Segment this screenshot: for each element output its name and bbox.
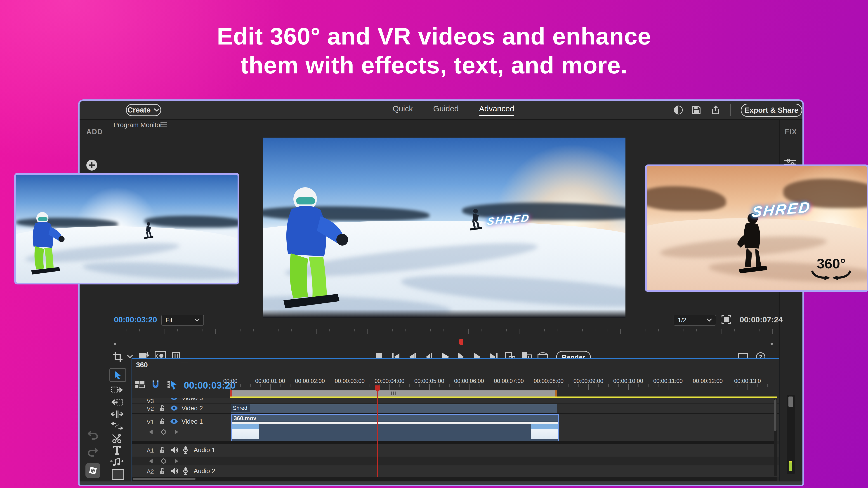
keyframe-add-icon[interactable] (161, 429, 166, 435)
crop-icon[interactable] (113, 352, 123, 362)
clip-thumbnail-end (531, 424, 558, 439)
track-name: Video 3 (182, 398, 203, 402)
page-indicator-value: 1/2 (678, 317, 686, 324)
tab-guided[interactable]: Guided (433, 104, 459, 115)
undo-icon[interactable] (87, 430, 98, 440)
timeline-ruler-ticks (132, 384, 777, 390)
chevron-down-icon (194, 319, 200, 322)
program-monitor-video[interactable]: SHRED (263, 138, 625, 318)
preview-panel-left (14, 173, 239, 285)
page-dropdown[interactable]: 1/2 (674, 315, 716, 326)
export-share-label: Export & Share (745, 106, 798, 115)
lock-icon[interactable] (159, 468, 165, 475)
chevron-down-icon (154, 108, 160, 112)
lock-icon[interactable] (159, 405, 165, 412)
share-icon[interactable] (710, 105, 721, 116)
clip-label: 360.mov (234, 415, 256, 422)
mic-icon[interactable] (182, 467, 189, 475)
timeline-tools (107, 367, 131, 485)
lock-icon[interactable] (159, 418, 165, 425)
keyframe-next-icon[interactable] (174, 458, 179, 464)
tab-advanced[interactable]: Advanced (479, 104, 514, 116)
keyframe-nav (149, 429, 179, 435)
snowboarder-foreground (270, 177, 351, 318)
audio-meter-handle[interactable] (788, 396, 793, 407)
mic-icon[interactable] (182, 446, 189, 454)
keyframe-add-icon[interactable] (161, 458, 166, 464)
clip-label: Shred (231, 404, 250, 412)
export-share-button[interactable]: Export & Share (741, 104, 802, 117)
monitor-scrubber[interactable] (114, 341, 773, 347)
save-icon[interactable] (691, 105, 702, 116)
vertical-scrollbar[interactable] (774, 398, 777, 476)
work-area-bar[interactable] (230, 390, 557, 396)
keyframe-next-icon[interactable] (174, 429, 179, 435)
mode-tabs: Quick Guided Advanced (393, 104, 514, 116)
clip-shred[interactable]: Shred (231, 404, 557, 413)
marketing-frame: Edit 360° and VR videos and enhance them… (0, 0, 868, 488)
redo-icon[interactable] (87, 447, 98, 457)
razor-tool[interactable] (111, 433, 123, 444)
snowboarder-distant (468, 206, 484, 233)
music-remix-tool[interactable] (110, 457, 123, 467)
snowboarder-foreground (23, 207, 68, 282)
snowboarder-silhouette (730, 211, 773, 285)
monitor-mini-ruler (114, 329, 773, 335)
work-area-grip[interactable] (391, 392, 396, 395)
app-window: Create Quick Guided Advanced Export & Sh… (78, 99, 804, 486)
visibility-eye-icon[interactable] (169, 418, 179, 424)
fullscreen-icon[interactable] (721, 315, 732, 325)
ripple-trim-tool[interactable] (111, 410, 123, 419)
program-monitor-menu-icon[interactable] (160, 125, 167, 125)
monitor-current-timecode: 00:00:03:20 (114, 315, 157, 324)
organizer-icon[interactable] (86, 463, 100, 478)
track-row-v1: V1 Video 1 360.mov (132, 414, 779, 441)
track-select-forward-tool[interactable] (111, 386, 123, 395)
timeline-menu-icon[interactable] (181, 365, 188, 365)
rectangle-tool[interactable] (112, 469, 124, 480)
vertical-scrollbar-handle[interactable] (774, 399, 776, 431)
track-row-v2: V2 Video 2 Shred (132, 403, 779, 413)
tab-quick[interactable]: Quick (393, 104, 413, 115)
timeline-panel: 360 00:00:03:20 00:0000:00:01:0000:00:02… (131, 358, 779, 483)
track-name: Audio 2 (194, 467, 215, 475)
slip-tool[interactable] (111, 421, 123, 430)
clip-thumbnail-start (232, 424, 259, 439)
track-select-backward-tool[interactable] (111, 398, 123, 407)
text-tool[interactable] (112, 445, 122, 455)
add-rail-label: ADD (86, 128, 103, 136)
monitor-playhead-handle[interactable] (459, 339, 463, 345)
speaker-icon[interactable] (170, 467, 179, 475)
track-id: A1 (147, 447, 154, 454)
monitor-total-duration: 00:00:07:24 (740, 315, 783, 324)
visibility-eye-icon[interactable] (169, 405, 179, 411)
topbar-divider (730, 104, 731, 116)
track-id: V3 (147, 398, 154, 403)
track-id: V2 (147, 405, 154, 412)
speaker-icon[interactable] (170, 446, 179, 454)
keyframe-prev-icon[interactable] (149, 458, 153, 464)
headline-line2: them with effects, text, and more. (0, 51, 868, 79)
lock-icon[interactable] (159, 447, 165, 453)
track-id: V1 (147, 419, 154, 426)
selection-tool[interactable] (110, 368, 126, 382)
playhead-line (377, 386, 378, 477)
track-row-a2: A2 Audio 2 (132, 465, 779, 477)
visibility-eye-icon[interactable] (169, 398, 179, 400)
badge-360-label: 360° (805, 256, 857, 271)
zoom-fit-value: Fit (165, 317, 173, 324)
track-name: Audio 1 (194, 447, 215, 454)
timeline-tab[interactable]: 360 (136, 361, 148, 369)
clip-360mov[interactable]: 360.mov (231, 414, 559, 442)
horizontal-scrollbar[interactable] (132, 477, 777, 481)
audio-meter (786, 395, 795, 474)
add-plus-icon[interactable] (86, 159, 98, 171)
horizontal-scrollbar-handle[interactable] (133, 478, 195, 480)
track-name: Video 1 (182, 418, 203, 425)
track-name: Video 2 (182, 404, 203, 412)
keyframe-prev-icon[interactable] (149, 429, 153, 435)
create-button[interactable]: Create (126, 104, 161, 116)
contrast-icon[interactable] (673, 105, 684, 116)
zoom-fit-dropdown[interactable]: Fit (161, 315, 204, 326)
chevron-down-icon (707, 319, 712, 322)
